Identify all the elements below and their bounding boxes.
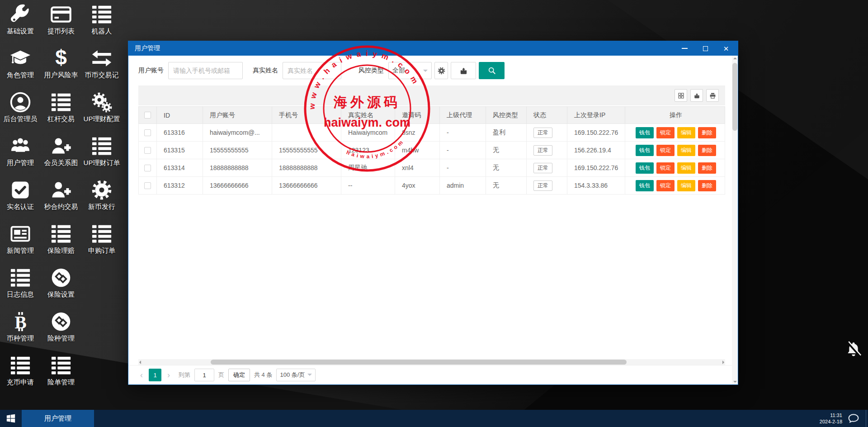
desktop-icon-row: 实名认证秒合约交易新币发行	[0, 176, 123, 220]
account-input[interactable]	[168, 62, 243, 79]
desktop-shortcut[interactable]: 保险设置	[41, 264, 81, 308]
export-button[interactable]	[451, 62, 476, 79]
desktop-shortcut[interactable]: 币种管理	[0, 308, 41, 352]
export-table-button[interactable]	[690, 89, 703, 102]
scroll-up-icon[interactable]	[733, 57, 737, 59]
row-checkbox[interactable]	[144, 165, 151, 171]
page-size-value: 100 条/页	[280, 371, 305, 379]
desktop-shortcut[interactable]: 提币列表	[41, 1, 81, 45]
prev-page-icon[interactable]: ‹	[138, 371, 145, 379]
delete-button[interactable]: 删除	[698, 180, 716, 191]
realname-input[interactable]	[283, 62, 341, 79]
desktop-shortcut[interactable]: 险种管理	[41, 308, 81, 352]
columns-button[interactable]	[675, 89, 687, 102]
delete-button[interactable]: 删除	[698, 162, 716, 174]
cell-status: 正常	[527, 124, 567, 141]
search-button[interactable]	[479, 62, 505, 79]
lock-button[interactable]: 锁定	[656, 127, 675, 138]
desktop-shortcut[interactable]: 基础设置	[0, 1, 41, 45]
row-checkbox[interactable]	[144, 182, 151, 189]
wallet-button[interactable]: 钱包	[636, 180, 654, 191]
close-button[interactable]: ✕	[722, 45, 730, 52]
desktop-shortcut[interactable]: 角色管理	[0, 45, 41, 89]
status-badge: 正常	[533, 163, 552, 173]
column-header: 风控类型	[486, 107, 527, 123]
cell-risk: 盈利	[486, 124, 527, 141]
page-size-select[interactable]: 100 条/页	[276, 369, 316, 381]
desktop-shortcut[interactable]: UP理财订单	[81, 133, 122, 176]
horizontal-scrollbar[interactable]	[138, 359, 725, 365]
desktop-shortcut[interactable]: 险单管理	[41, 352, 81, 396]
desktop-shortcut-label: 后台管理员	[4, 115, 38, 123]
edit-button[interactable]: 编辑	[677, 145, 695, 156]
desktop-shortcut[interactable]: 会员关系图	[41, 133, 81, 176]
user-plus-icon	[51, 136, 71, 157]
desktop-shortcut[interactable]: 充币申请	[0, 352, 41, 396]
vertical-scrollbar[interactable]	[732, 56, 738, 384]
desktop-shortcut[interactable]: 杠杆交易	[41, 89, 81, 133]
list-icon	[51, 355, 71, 376]
status-badge: 正常	[533, 128, 552, 138]
vertical-scrollbar-thumb[interactable]	[732, 63, 737, 131]
user-table: ID用户账号手机号真实姓名邀请码上级代理风控类型状态上次登录IP操作 61331…	[138, 106, 725, 195]
desktop-icon-row: 新闻管理保险理赔申购订单	[0, 220, 123, 264]
scroll-left-icon[interactable]	[139, 361, 141, 364]
row-checkbox[interactable]	[144, 129, 151, 136]
desktop-shortcut[interactable]: 秒合约交易	[41, 176, 81, 220]
column-header: 手机号	[272, 107, 341, 123]
chevron-down-icon	[307, 374, 312, 378]
wallet-button[interactable]: 钱包	[636, 145, 654, 156]
desktop-shortcut-label: 杠杆交易	[47, 115, 75, 123]
edit-button[interactable]: 编辑	[677, 162, 695, 174]
settings-button[interactable]	[434, 62, 448, 79]
start-button[interactable]	[0, 410, 22, 427]
scroll-down-icon[interactable]	[733, 381, 737, 383]
risk-type-select[interactable]: 全部	[388, 62, 432, 79]
taskbar-clock[interactable]: 11:31 2024-2-18	[820, 412, 848, 425]
desktop-shortcut[interactable]: 日志信息	[0, 264, 41, 308]
lock-button[interactable]: 锁定	[656, 180, 675, 191]
desktop-shortcut-label: UP理财配置	[84, 115, 120, 123]
show-desktop-button[interactable]	[866, 410, 868, 427]
lock-button[interactable]: 锁定	[656, 162, 675, 174]
desktop-shortcut[interactable]: 保险理赔	[41, 220, 81, 264]
print-button[interactable]	[706, 89, 719, 102]
desktop-shortcut[interactable]: 用户管理	[0, 133, 41, 176]
maximize-button[interactable]	[702, 45, 709, 52]
desktop-shortcut[interactable]: 用户风险率	[41, 45, 81, 89]
row-checkbox[interactable]	[144, 147, 151, 154]
window-titlebar[interactable]: 用户管理 ✕	[128, 41, 738, 56]
edit-button[interactable]: 编辑	[677, 127, 695, 138]
delete-button[interactable]: 删除	[698, 145, 716, 156]
export-icon	[693, 92, 700, 99]
confirm-page-button[interactable]: 确定	[228, 369, 250, 381]
taskbar-time: 11:31	[820, 412, 842, 418]
notification-bell-icon[interactable]	[845, 341, 862, 358]
taskbar-task-user-management[interactable]: 用户管理	[22, 410, 94, 427]
next-page-icon[interactable]: ›	[165, 371, 172, 379]
desktop-shortcut[interactable]: 币币交易记	[81, 45, 122, 89]
desktop-shortcut[interactable]: 机器人	[81, 1, 122, 45]
goto-page-input[interactable]	[194, 369, 214, 381]
scroll-right-icon[interactable]	[722, 361, 724, 364]
desktop-shortcut[interactable]: 实名认证	[0, 176, 41, 220]
table-empty-area	[128, 195, 738, 359]
wallet-button[interactable]: 钱包	[636, 162, 654, 174]
desktop-shortcut-label: 充币申请	[7, 378, 34, 387]
lock-button[interactable]: 锁定	[656, 145, 675, 156]
desktop-shortcut[interactable]: UP理财配置	[81, 89, 122, 133]
horizontal-scrollbar-thumb[interactable]	[211, 360, 627, 365]
delete-button[interactable]: 删除	[698, 127, 716, 138]
chat-icon[interactable]	[848, 413, 859, 424]
desktop-shortcut[interactable]: 新币发行	[81, 176, 122, 220]
edit-button[interactable]: 编辑	[677, 180, 695, 191]
wallet-button[interactable]: 钱包	[636, 127, 654, 138]
gear-icon	[91, 180, 112, 200]
minimize-button[interactable]	[681, 45, 688, 52]
desktop-shortcut[interactable]: 申购订单	[81, 220, 122, 264]
current-page-button[interactable]: 1	[149, 369, 161, 381]
select-all-checkbox[interactable]	[144, 112, 151, 119]
desktop-shortcut[interactable]: 后台管理员	[0, 89, 41, 133]
desktop-shortcut[interactable]: 新闻管理	[0, 220, 41, 264]
table-body: 613316haiwaiymcom@...Haiwaiymcom8snz-盈利正…	[138, 124, 725, 195]
